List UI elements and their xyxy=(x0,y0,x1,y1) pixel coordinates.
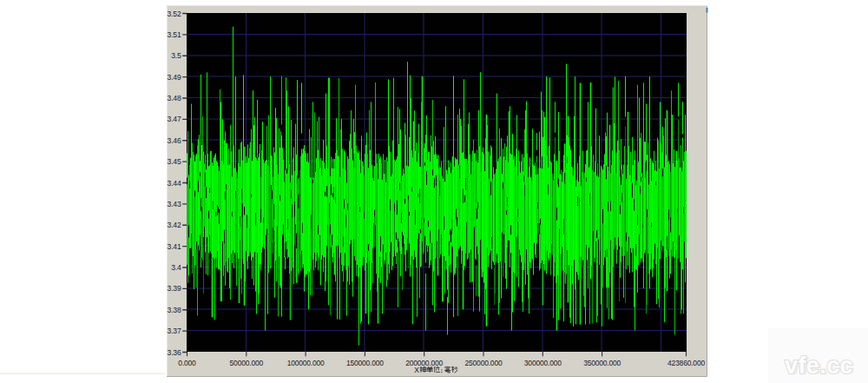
svg-text:3.47: 3.47 xyxy=(168,115,181,123)
svg-text:300000.000: 300000.000 xyxy=(524,359,562,367)
svg-text:3.51: 3.51 xyxy=(168,30,181,39)
svg-text:3.45: 3.45 xyxy=(168,157,181,166)
svg-text:423860.000: 423860.000 xyxy=(667,359,705,367)
svg-text:3.38: 3.38 xyxy=(168,306,181,314)
svg-text:3.37: 3.37 xyxy=(168,327,181,335)
svg-text:100000.000: 100000.000 xyxy=(287,359,325,367)
svg-text:3.42: 3.42 xyxy=(168,221,181,229)
svg-text:3.43: 3.43 xyxy=(168,200,181,208)
svg-text:X: X xyxy=(414,366,419,374)
svg-text:0.000: 0.000 xyxy=(178,359,196,367)
svg-text:250000.000: 250000.000 xyxy=(465,359,503,367)
svg-text:vfe.cc: vfe.cc xyxy=(785,353,853,379)
svg-text:3.52: 3.52 xyxy=(168,10,181,18)
svg-text:350000.000: 350000.000 xyxy=(583,359,621,367)
svg-text:3.36: 3.36 xyxy=(168,348,181,357)
svg-text:3.4: 3.4 xyxy=(171,263,181,272)
svg-text:3.49: 3.49 xyxy=(168,73,181,82)
svg-text:50000.000: 50000.000 xyxy=(230,359,264,367)
svg-text:200000.000: 200000.000 xyxy=(405,359,443,367)
svg-text:3.48: 3.48 xyxy=(168,94,181,102)
svg-text:3.5: 3.5 xyxy=(171,51,181,60)
svg-text:150000.000: 150000.000 xyxy=(346,359,384,367)
svg-text:3.39: 3.39 xyxy=(168,284,181,293)
svg-text:3.44: 3.44 xyxy=(168,179,181,188)
svg-text:3.46: 3.46 xyxy=(168,136,181,145)
svg-text:3.41: 3.41 xyxy=(168,242,181,251)
